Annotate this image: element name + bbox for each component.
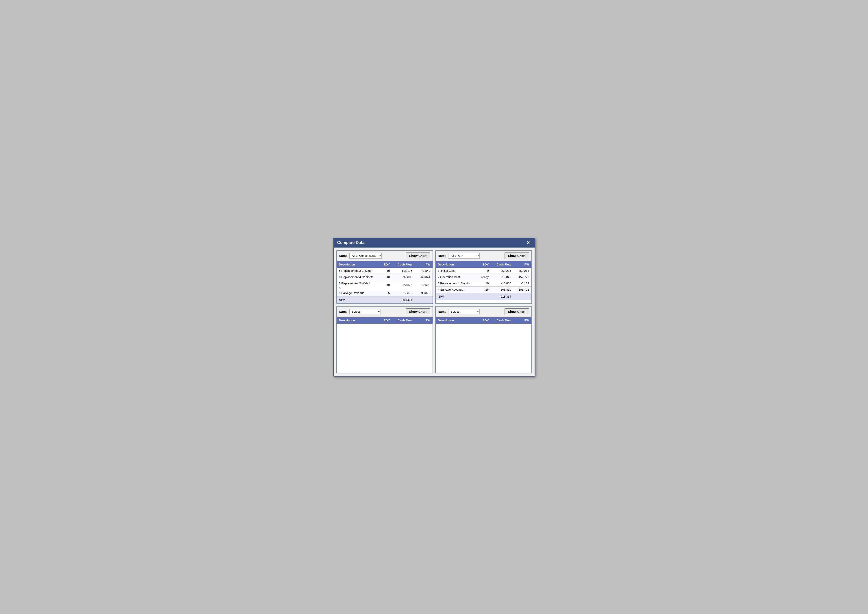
panel-4-header: Name Select... Show Chart [436, 306, 532, 317]
table-row: 5 Replacement 3 Elevator10-118,175-72,54… [337, 268, 432, 274]
table-row: 2 Operation CostYearly-10,840-152,776 [436, 274, 532, 280]
panel-2-table: Description EOY Cash Flow PW 1. Initial … [436, 261, 532, 300]
table-row: 4 Salvage Revenue25368,410108,792 [436, 286, 532, 293]
panel-4-show-chart-button[interactable]: Show Chart [505, 308, 529, 315]
panel-1-npv-eoy [377, 296, 392, 303]
panel-1-tbody: 5 Replacement 3 Elevator10-118,175-72,54… [337, 268, 432, 296]
panel-4-col-eoy: EOY [475, 317, 491, 323]
panel-1-table-header: Description EOY Cash Flow PW [337, 261, 432, 268]
compare-data-dialog: Compare Data X Name Alt 1. Conventional … [333, 238, 535, 376]
panel-1-npv-value: -1,003,474 [392, 296, 415, 303]
panel-2: Name Alt 2. AIP Show Chart Description E… [435, 250, 532, 304]
panel-3-show-chart-button[interactable]: Show Chart [406, 308, 430, 315]
panel-2-header: Name Alt 2. AIP Show Chart [436, 251, 532, 261]
panel-2-npv-label: NPV [436, 293, 475, 300]
panel-2-npv-eoy [475, 293, 491, 300]
panel-1-npv-row: NPV -1,003,474 [337, 296, 432, 303]
close-button[interactable]: X [526, 240, 531, 245]
panel-1-npv-label: NPV [337, 296, 377, 303]
panel-3-col-eoy: EOY [377, 317, 392, 323]
panel-1-name-label: Name [339, 254, 347, 258]
panel-1-npv-pw [415, 296, 432, 303]
panel-2-col-cf: Cash Flow [491, 261, 513, 268]
panel-2-select[interactable]: Alt 2. AIP [448, 253, 480, 258]
panel-3-table: Description EOY Cash Flow PW [337, 317, 432, 323]
panel-4-table-header: Description EOY Cash Flow PW [436, 317, 532, 323]
dialog-title: Compare Data [337, 240, 364, 245]
panel-2-show-chart-button[interactable]: Show Chart [505, 252, 529, 259]
panel-2-col-pw: PW [513, 261, 532, 268]
panel-1-header: Name Alt 1. Conventional Show Chart [337, 251, 432, 261]
table-row: 3 Replacement 1 Flooring10-10,000-6,139 [436, 280, 532, 286]
panel-4-table: Description EOY Cash Flow PW [436, 317, 532, 323]
dialog-body: Name Alt 1. Conventional Show Chart Desc… [334, 247, 535, 376]
panel-3-col-cf: Cash Flow [392, 317, 415, 323]
panel-1-show-chart-button[interactable]: Show Chart [406, 252, 430, 259]
panel-2-col-eoy: EOY [475, 261, 491, 268]
panel-1-col-pw: PW [415, 261, 432, 268]
panel-4-select[interactable]: Select... [448, 309, 480, 314]
panel-4: Name Select... Show Chart Description EO… [435, 306, 532, 373]
table-row: 6 Replacement 4 Cabinets10-97,800-60,041 [337, 274, 432, 280]
panel-4-col-cf: Cash Flow [491, 317, 513, 323]
panel-2-name-label: Name [438, 254, 446, 258]
panel-2-tbody: 1. Initial Cost0-868,211-868,2112 Operat… [436, 268, 532, 293]
panel-4-col-pw: PW [513, 317, 532, 323]
panel-1: Name Alt 1. Conventional Show Chart Desc… [336, 250, 433, 304]
panel-1-table: Description EOY Cash Flow PW 5 Replaceme… [337, 261, 432, 303]
panel-2-npv-row: NPV -918,334 [436, 293, 532, 300]
title-bar: Compare Data X [334, 238, 535, 247]
panel-2-col-desc: Description [436, 261, 475, 268]
table-row: 7 Replacement 5 Walk in ...10-20,375-12,… [337, 280, 432, 290]
panel-4-table-container: Description EOY Cash Flow PW [436, 317, 532, 373]
panel-3-header: Name Select... Show Chart [337, 306, 432, 317]
panel-1-col-eoy: EOY [377, 261, 392, 268]
panel-3-table-container: Description EOY Cash Flow PW [337, 317, 432, 373]
panel-2-npv-pw [513, 293, 532, 300]
panel-3-select[interactable]: Select... [349, 309, 381, 314]
panel-1-col-cf: Cash Flow [392, 261, 415, 268]
panel-4-name-label: Name [438, 310, 446, 314]
panel-2-table-container: Description EOY Cash Flow PW 1. Initial … [436, 261, 532, 300]
panel-3-table-header: Description EOY Cash Flow PW [337, 317, 432, 323]
panel-3: Name Select... Show Chart Description EO… [336, 306, 433, 373]
panel-3-col-pw: PW [415, 317, 432, 323]
panel-1-select[interactable]: Alt 1. Conventional [349, 253, 382, 258]
table-row: 8 Salvage Revenue25317,87693,870 [337, 290, 432, 296]
panel-1-col-desc: Description [337, 261, 377, 268]
panel-3-name-label: Name [339, 310, 347, 314]
panel-3-col-desc: Description [337, 317, 377, 323]
panel-1-table-container: Description EOY Cash Flow PW 5 Replaceme… [337, 261, 432, 303]
panel-2-table-header: Description EOY Cash Flow PW [436, 261, 532, 268]
table-row: 1. Initial Cost0-868,211-868,211 [436, 268, 532, 274]
panel-4-col-desc: Description [436, 317, 475, 323]
panel-2-npv-value: -918,334 [491, 293, 513, 300]
